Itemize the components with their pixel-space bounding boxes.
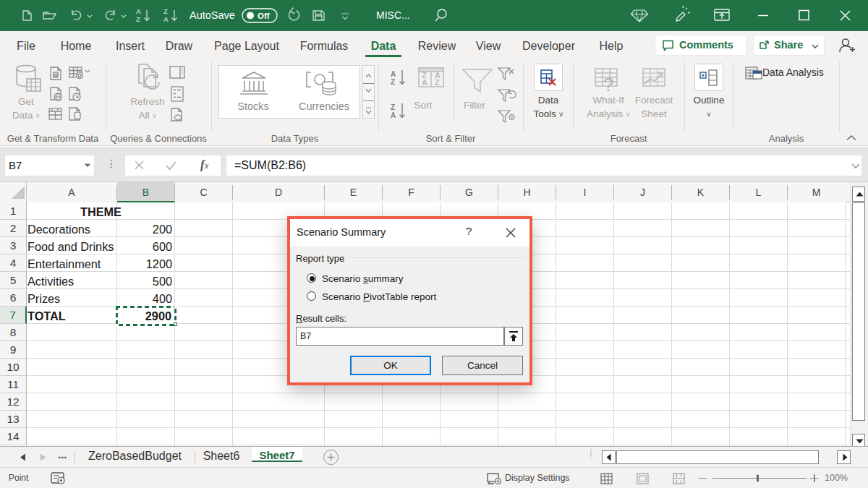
svg-text:A: A	[391, 70, 396, 78]
svg-text:MISC...: MISC...	[376, 9, 410, 21]
svg-text:?: ?	[603, 74, 613, 95]
svg-text:Z: Z	[391, 103, 395, 111]
svg-text:A: A	[391, 111, 396, 119]
svg-text:Z: Z	[163, 7, 168, 15]
svg-text:A: A	[422, 78, 427, 87]
svg-text:Off: Off	[258, 12, 270, 20]
svg-text:A: A	[136, 7, 141, 15]
svg-text:Stocks: Stocks	[237, 100, 269, 112]
svg-text:Z: Z	[391, 78, 395, 86]
svg-text:A: A	[163, 15, 169, 23]
svg-text:AutoSave: AutoSave	[190, 9, 235, 21]
svg-text:Z: Z	[136, 15, 140, 23]
svg-text:Z: Z	[435, 78, 440, 87]
svg-text:Currencies: Currencies	[299, 100, 349, 112]
